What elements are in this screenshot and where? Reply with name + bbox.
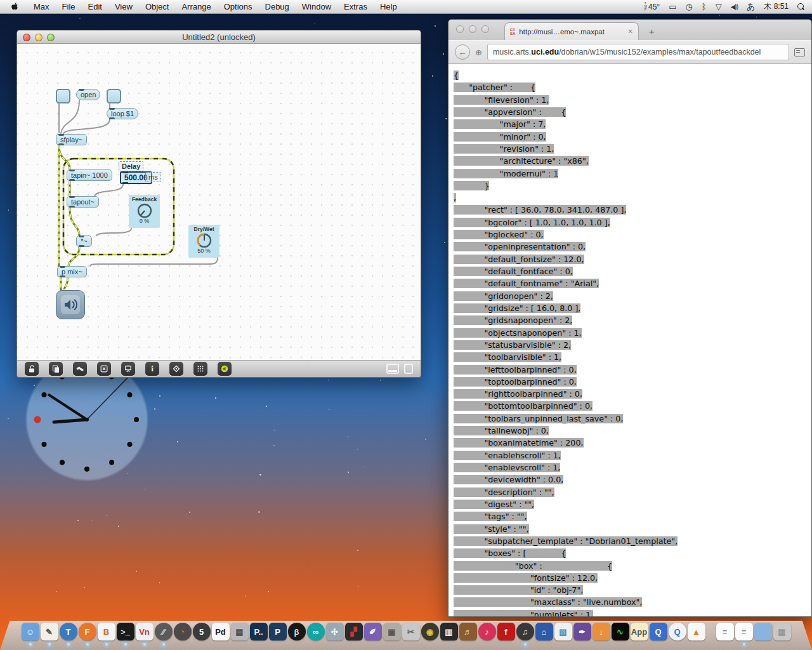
dock-icon-finder[interactable]: ☺ — [22, 623, 39, 640]
dock-icon-midi-keyboard-app[interactable]: ▥ — [440, 623, 458, 640]
feedback-dial[interactable]: Feedback 0 % — [129, 195, 160, 228]
close-button[interactable] — [23, 34, 30, 41]
dock-icon-terminal[interactable]: >_ — [117, 623, 134, 640]
menu-clock[interactable]: 木 8:51 — [764, 1, 789, 12]
wifi-icon[interactable]: ▽ — [716, 2, 722, 11]
audio-toggle-icon[interactable] — [218, 362, 232, 376]
dock-icon-processing[interactable]: P — [269, 623, 287, 640]
dock-icon-app-cleaner[interactable]: App — [631, 623, 648, 640]
menu-item-window[interactable]: Window — [296, 2, 337, 11]
menu-item-help[interactable]: Help — [374, 2, 403, 11]
minimize-button[interactable] — [469, 25, 476, 33]
menu-item-file[interactable]: File — [56, 2, 82, 11]
volume-icon[interactable]: ◀)) — [731, 3, 738, 10]
dock-icon-flash[interactable]: f — [497, 623, 515, 640]
open-message[interactable]: open — [76, 89, 100, 100]
dock-icon-ribbon-app[interactable]: ✂ — [402, 623, 420, 640]
dock-icon-processing-dots[interactable]: P.. — [250, 623, 268, 640]
dock-icon-quill-app[interactable]: ✒ — [573, 623, 591, 640]
menu-item-object[interactable]: Object — [139, 2, 176, 11]
tapin-object[interactable]: tapin~ 1000 — [67, 169, 112, 181]
menu-item-max[interactable]: Max — [27, 2, 56, 11]
dock-icon-blue-folder[interactable] — [754, 623, 772, 640]
button-object-1[interactable] — [56, 89, 70, 103]
bluetooth-icon[interactable]: ᛒ — [702, 2, 707, 11]
ms-comment[interactable]: ms — [145, 172, 161, 182]
apple-menu[interactable] — [0, 2, 27, 11]
sheets-icon[interactable] — [49, 362, 63, 376]
dock-icon-text-editor[interactable]: ✎ — [41, 623, 58, 640]
pmix-subpatcher[interactable]: p mix~ — [57, 266, 87, 277]
page-action-icon[interactable] — [794, 48, 805, 56]
menu-item-options[interactable]: Options — [218, 2, 259, 11]
presentation-icon[interactable] — [121, 362, 135, 376]
dock-icon-house-g-app[interactable]: ⌂ — [535, 623, 553, 640]
dock-icon-garageband[interactable]: ♬ — [459, 623, 477, 640]
dock-icon-firefox[interactable]: F — [79, 623, 96, 640]
unlock-icon[interactable] — [25, 362, 39, 376]
dock-icon-document-code-penguin[interactable]: ≡ — [735, 623, 753, 640]
dock-icon-coin-app[interactable]: ◉ — [421, 623, 439, 640]
temperature-widget[interactable]: T M P 45° — [645, 2, 660, 11]
menu-item-edit[interactable]: Edit — [82, 2, 108, 11]
dock-icon-downloads-folder[interactable]: ↓ — [593, 623, 610, 640]
dock-icon-number-five-app[interactable]: 5 — [193, 623, 211, 640]
dock-icon-compressor-app[interactable]: ▣ — [383, 623, 401, 640]
dock-icon-processing-beta[interactable]: β — [288, 623, 306, 640]
menu-item-debug[interactable]: Debug — [259, 2, 296, 11]
loop-message[interactable]: loop $1 — [107, 108, 138, 119]
dock-icon-bibdesk[interactable]: B — [98, 623, 115, 640]
dock-icon-pure-data[interactable]: Pd — [212, 623, 230, 640]
delay-comment[interactable]: Delay — [119, 161, 143, 171]
max-titlebar[interactable]: Untitled2 (unlocked) — [16, 30, 421, 44]
info-icon[interactable]: i — [145, 362, 159, 376]
input-language-icon[interactable]: あ — [747, 1, 755, 13]
tab-close-icon[interactable]: ✕ — [628, 28, 633, 35]
dock-icon-vlc[interactable]: ▲ — [688, 623, 705, 640]
dock-icon-iphoto[interactable]: ▧ — [554, 623, 572, 640]
dock-icon-headphones-music-app[interactable]: ♫ — [516, 623, 534, 640]
dock-icon-quicktime-x[interactable]: Q — [669, 623, 686, 640]
patch-cords-icon[interactable] — [73, 362, 87, 376]
dock-icon-document-code-firefox[interactable]: ≡ — [716, 623, 734, 640]
menu-item-view[interactable]: View — [108, 2, 139, 11]
close-box-icon[interactable] — [97, 362, 111, 376]
dock-icon-spectrum-analyzer-app[interactable]: ∿ — [612, 623, 629, 640]
zoom-button[interactable] — [47, 34, 55, 41]
dock-icon-propeller-app[interactable]: ✣ — [326, 623, 344, 640]
split-horizontal-icon[interactable] — [386, 364, 399, 374]
new-tab-button[interactable]: + — [649, 26, 655, 37]
display-icon[interactable]: ▭ — [669, 2, 676, 11]
spotlight-icon[interactable] — [797, 3, 804, 10]
dock-icon-gray-sphere-app[interactable]: ⁄⁄ — [155, 623, 173, 640]
dock-icon-quicktime-7[interactable]: Q — [650, 623, 667, 640]
menu-item-arrange[interactable]: Arrange — [175, 2, 217, 11]
dock-icon-ring-chart-app[interactable]: ◔ — [174, 623, 192, 640]
menu-item-extras[interactable]: Extras — [337, 2, 374, 11]
browser-tab[interactable]: CT SA http://musi…emo~.maxpat ✕ — [504, 22, 639, 40]
ezdac-speaker-button[interactable] — [56, 290, 85, 319]
back-button[interactable]: ← — [455, 44, 470, 60]
dock-icon-vnc-viewer[interactable]: Vn — [136, 623, 154, 640]
dock-icon-thunderbird[interactable]: T — [60, 623, 77, 640]
patcher-canvas[interactable]: open loop $1 sfplay~ tapin~ 1000 Delay 5… — [16, 44, 421, 360]
dock-icon-red-blocks-app[interactable]: ▞ — [345, 623, 363, 640]
close-button[interactable] — [456, 25, 464, 33]
grid-icon[interactable] — [193, 362, 207, 376]
address-bar[interactable]: music.arts.uci.edu/dobrian/w15/music152/… — [487, 44, 789, 60]
split-vertical-icon[interactable] — [404, 364, 413, 374]
dock-icon-purple-book-app[interactable]: ✐ — [364, 623, 382, 640]
dock-icon-trash[interactable]: ▦ — [773, 623, 791, 640]
times-object[interactable]: *~ — [76, 235, 92, 247]
drywet-dial[interactable]: Dry/Wet 50 % — [188, 225, 219, 258]
time-machine-icon[interactable]: ◷ — [685, 2, 692, 11]
minimize-button[interactable] — [35, 34, 43, 41]
dock-icon-cube-app[interactable]: ▦ — [231, 623, 249, 640]
button-object-2[interactable] — [107, 89, 121, 103]
dock-icon-itunes[interactable]: ♪ — [478, 623, 496, 640]
tapout-object[interactable]: tapout~ — [67, 196, 99, 208]
dock-icon-arduino[interactable]: ∞ — [307, 623, 325, 640]
zoom-icon[interactable] — [169, 362, 183, 376]
sfplay-object[interactable]: sfplay~ — [56, 134, 87, 145]
zoom-button[interactable] — [481, 25, 489, 33]
